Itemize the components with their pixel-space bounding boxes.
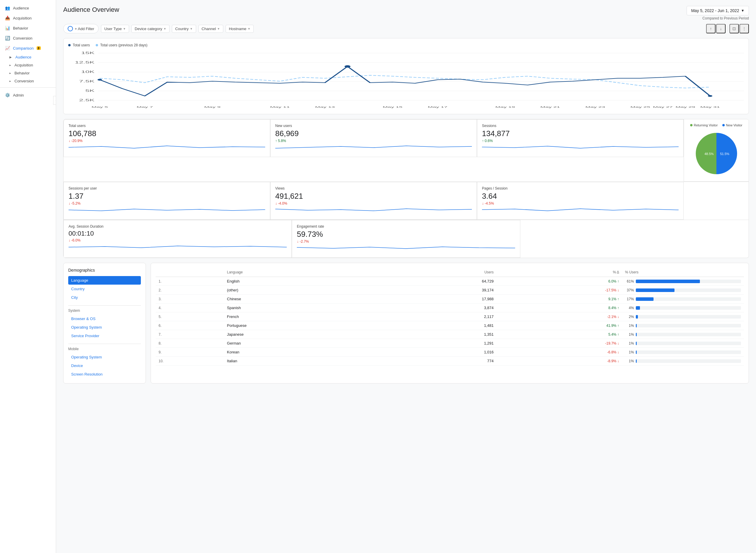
acquisition-icon: 📥 (5, 15, 10, 21)
row-number: 3. (156, 295, 224, 304)
demographics-section: Demographics Language Country City Syste… (63, 263, 749, 384)
country-filter[interactable]: Country ▼ (172, 25, 196, 33)
row-language: Korean (224, 348, 385, 357)
demographics-nav: Demographics Language Country City Syste… (63, 263, 146, 384)
sidebar-sub-conversion[interactable]: ▸ Conversion (9, 77, 56, 85)
row-pct-bar: 1% (622, 321, 744, 330)
mobile-os-nav-item[interactable]: Operating System (68, 353, 141, 362)
th-change: % Δ (497, 268, 622, 277)
sidebar-item-acquisition[interactable]: 📥 Acquisition (0, 13, 56, 23)
svg-text:May 17: May 17 (428, 106, 447, 108)
device-category-filter[interactable]: Device category ▼ (132, 25, 169, 33)
sidebar-item-comparison[interactable]: 📈 Comparison β (0, 43, 56, 53)
download-icon-button[interactable]: ↓ (716, 24, 726, 33)
table-row[interactable]: 6. Portuguese 1,481 41.9% ↑ 1% (156, 321, 744, 330)
behavior-icon: 📊 (5, 25, 10, 31)
country-nav-item[interactable]: Country (68, 285, 141, 293)
table-row[interactable]: 7. Japanese 1,351 5.4% ↑ 1% (156, 330, 744, 339)
share-icon-button[interactable]: ⊡ (730, 24, 739, 33)
language-nav-item[interactable]: Language (68, 276, 141, 285)
more-options-button[interactable]: ⋮ (740, 24, 749, 33)
avg-session-duration-card: Avg. Session Duration 00:01:10 ↓ -6.0% (64, 220, 292, 258)
engagement-rate-card: Engagement rate 59.73% ↓ -2.7% (292, 220, 520, 258)
sidebar-collapse-button[interactable]: ‹ (53, 96, 56, 105)
table-row[interactable]: 10. Italian 774 -8.9% ↓ 1% (156, 357, 744, 366)
add-filter-button[interactable]: + Add Filter (63, 24, 99, 33)
table-row[interactable]: 8. German 1,291 -19.7% ↓ 1% (156, 339, 744, 348)
table-row[interactable]: 9. Korean 1,016 -6.8% ↓ 1% (156, 348, 744, 357)
admin-icon: ⚙️ (5, 92, 10, 98)
chart-container: 15K 12.5K 10K 7.5K 5K 2.5K May 5 May 7 M… (68, 50, 744, 109)
metrics-row2: Sessions per user 1.37 ↓ -5.2% Views 491… (63, 182, 749, 220)
user-type-filter[interactable]: User Type ▼ (101, 25, 129, 33)
row-change: 9.1% ↑ (497, 295, 622, 304)
main-content: Audience Overview May 5, 2022 - Jun 1, 2… (56, 0, 756, 553)
row-language: English (224, 277, 385, 286)
svg-text:May 11: May 11 (270, 106, 290, 108)
total-users-label: Total users (69, 124, 265, 128)
svg-point-12 (97, 79, 102, 81)
row-users: 1,016 (385, 348, 497, 357)
page-title: Audience Overview (63, 6, 119, 14)
row-language: French (224, 312, 385, 321)
new-users-label: New users (275, 124, 472, 128)
row-pct-bar: 2% (622, 312, 744, 321)
table-row[interactable]: 3. Chinese 17,988 9.1% ↑ 17% (156, 295, 744, 304)
svg-text:51.5%: 51.5% (720, 152, 729, 156)
sidebar-sub-audience[interactable]: ▶ Audience (9, 53, 56, 61)
conversion-icon: 🔄 (5, 35, 10, 41)
table-row[interactable]: 4. Spanish 3,874 8.4% ↑ 4% (156, 304, 744, 312)
legend-total-users: Total users (68, 43, 90, 47)
hostname-filter[interactable]: Hostname ▼ (226, 25, 254, 33)
sidebar-item-conversion[interactable]: 🔄 Conversion (0, 33, 56, 43)
row-change: -17.5% ↓ (497, 286, 622, 295)
sidebar-item-behavior[interactable]: 📊 Behavior (0, 23, 56, 33)
chevron-down-icon: ▼ (163, 27, 166, 30)
upload-icon-button[interactable]: ↑ (706, 24, 715, 33)
th-users: Users (385, 268, 497, 277)
table-row[interactable]: 2. (other) 39,174 -17.5% ↓ 37% (156, 286, 744, 295)
screen-resolution-nav-item[interactable]: Screen Resolution (68, 370, 141, 379)
chart-svg: 15K 12.5K 10K 7.5K 5K 2.5K May 5 May 7 M… (68, 50, 744, 109)
row-users: 64,729 (385, 277, 497, 286)
service-provider-nav-item[interactable]: Service Provider (68, 331, 141, 340)
browser-os-nav-item[interactable]: Browser & OS (68, 314, 141, 323)
sessions-change: ↑ 0.6% (482, 139, 679, 143)
row-language: (other) (224, 286, 385, 295)
row-language: Japanese (224, 330, 385, 339)
chevron-down-icon: ▼ (190, 27, 193, 30)
row-pct-bar: 1% (622, 348, 744, 357)
svg-text:May 7: May 7 (137, 106, 153, 108)
row-change: 6.0% ↑ (497, 277, 622, 286)
svg-text:7.5K: 7.5K (79, 80, 94, 83)
chart-section: Total users Total users (previous 28 day… (63, 38, 749, 114)
svg-text:12.5K: 12.5K (75, 61, 95, 64)
table-row[interactable]: 5. French 2,117 -2.1% ↓ 2% (156, 312, 744, 321)
channel-filter[interactable]: Channel ▼ (199, 25, 223, 33)
row-pct-bar: 1% (622, 357, 744, 366)
row-number: 8. (156, 339, 224, 348)
sidebar-item-admin[interactable]: ⚙️ Admin (0, 90, 56, 100)
table-row[interactable]: 1. English 64,729 6.0% ↑ 61% (156, 277, 744, 286)
row-number: 6. (156, 321, 224, 330)
total-users-value: 106,788 (69, 129, 265, 138)
row-users: 17,988 (385, 295, 497, 304)
operating-system-nav-item[interactable]: Operating System (68, 323, 141, 331)
row-change: 5.4% ↑ (497, 330, 622, 339)
views-card: Views 491,621 ↓ -4.0% (270, 182, 477, 220)
sidebar-sub-behavior[interactable]: ▸ Behavior (9, 69, 56, 77)
total-users-change: ↓ -20.9% (69, 139, 265, 143)
svg-text:5K: 5K (85, 89, 94, 92)
device-nav-item[interactable]: Device (68, 362, 141, 370)
data-table-section: Language Users % Δ % Users 1. English 64… (151, 263, 749, 384)
date-range-button[interactable]: May 5, 2022 - Jun 1, 2022 ▼ (687, 6, 749, 15)
svg-text:May 13: May 13 (315, 106, 335, 108)
sidebar-sub-acquisition[interactable]: ▸ Acquisition (9, 61, 56, 69)
sidebar: 👥 Audience 📥 Acquisition 📊 Behavior 🔄 Co… (0, 0, 56, 553)
row-number: 4. (156, 304, 224, 312)
mobile-section-title: Mobile (68, 344, 141, 351)
row-number: 2. (156, 286, 224, 295)
city-nav-item[interactable]: City (68, 293, 141, 302)
sidebar-item-audience[interactable]: 👥 Audience (0, 3, 56, 13)
svg-text:May 15: May 15 (383, 106, 402, 108)
